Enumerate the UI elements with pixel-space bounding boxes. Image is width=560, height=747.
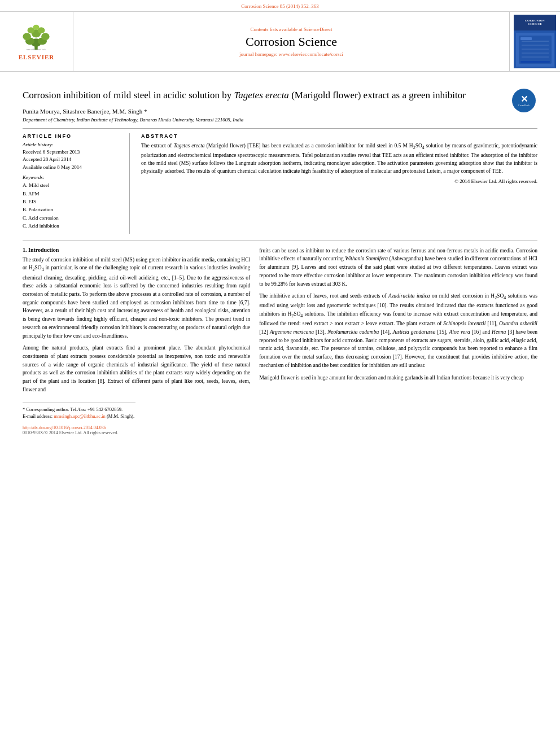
svg-point-9 (33, 24, 40, 29)
svg-point-5 (42, 33, 50, 40)
cover-illustration-icon (516, 33, 554, 67)
abstract-text: The extract of Tagetes erecta (Marigold … (141, 142, 537, 176)
article-info-column: ARTICLE INFO Article history: Received 6… (23, 133, 130, 234)
keywords-list: A. Mild steel B. AFM B. EIS B. Polarizat… (23, 181, 121, 230)
main-content: 1. Introduction The study of corrosion i… (0, 247, 560, 398)
footnote-corresponding: * Corresponding author. Tel./fax: +91 54… (23, 406, 537, 413)
journal-header: man with tree and book ELSEVIER Contents… (0, 11, 560, 72)
right-para-2: The inhibitive action of leaves, root an… (259, 292, 537, 369)
keywords-section: Keywords: A. Mild steel B. AFM B. EIS B.… (23, 174, 121, 230)
affiliation: Department of Chemistry, Indian Institut… (23, 117, 537, 123)
journal-title: Corrosion Science (246, 34, 337, 49)
keyword-item: B. Polarization (23, 206, 121, 213)
article-info-title: ARTICLE INFO (23, 133, 121, 139)
crossmark-badge: ✕ CrossMark (512, 89, 537, 114)
elsevier-logo: man with tree and book ELSEVIER (19, 23, 55, 60)
info-abstract-area: ARTICLE INFO Article history: Received 6… (23, 133, 537, 234)
journal-cover-image: CORROSION SCIENCE (514, 15, 556, 68)
keyword-item: C. Acid corrosion (23, 214, 121, 222)
footer-rights: 0010-938X/© 2014 Elsevier Ltd. All right… (23, 430, 118, 435)
header-divider (23, 128, 537, 129)
accepted-date: Accepted 28 April 2014 (23, 156, 121, 164)
section-1-heading: 1. Introduction (23, 247, 250, 253)
section-1-para-2: Among the natural products, plant extrac… (23, 344, 250, 394)
abstract-title: ABSTRACT (141, 133, 537, 139)
footnote-divider (23, 403, 135, 403)
right-para-1: fruits can be used as inhibitor to reduc… (259, 247, 537, 289)
right-column: fruits can be used as inhibitor to reduc… (259, 247, 537, 398)
keyword-item: B. EIS (23, 198, 121, 206)
footnote-email: E-mail address: mmsingh.apc@iitbhu.ac.in… (23, 413, 537, 420)
keyword-item: B. AFM (23, 190, 121, 198)
journal-cover-area: CORROSION SCIENCE (509, 12, 560, 71)
cover-title: CORROSION SCIENCE (525, 19, 545, 27)
article-area: Corrosion inhibition of mild steel in ac… (0, 72, 560, 241)
available-date: Available online 8 May 2014 (23, 164, 121, 172)
footnote-area: * Corresponding author. Tel./fax: +91 54… (0, 403, 560, 421)
keywords-label: Keywords: (23, 174, 121, 180)
keyword-item: C. Acid inhibition (23, 222, 121, 230)
page-footer: http://dx.doi.org/10.1016/j.corsci.2014.… (0, 423, 560, 438)
elsevier-wordmark: ELSEVIER (19, 54, 55, 60)
sciencedirect-notice: Contents lists available at ScienceDirec… (251, 27, 333, 32)
authors: Punita Mourya, Sitashree Banerjee, M.M. … (23, 108, 537, 115)
section-1-para-1: The study of corrosion inhibition of mil… (23, 256, 250, 340)
journal-reference: Corrosion Science 85 (2014) 352–363 (0, 0, 560, 11)
journal-homepage: journal homepage: www.elsevier.com/locat… (239, 51, 343, 57)
left-column: 1. Introduction The study of corrosion i… (23, 247, 250, 398)
article-history: Article history: Received 6 September 20… (23, 142, 121, 172)
footer-left: http://dx.doi.org/10.1016/j.corsci.2014.… (23, 425, 118, 435)
doi-link[interactable]: http://dx.doi.org/10.1016/j.corsci.2014.… (23, 425, 118, 430)
journal-header-center: Contents lists available at ScienceDirec… (73, 12, 509, 71)
received-date: Received 6 September 2013 (23, 148, 121, 156)
elsevier-tree-icon: man with tree and book (19, 23, 53, 51)
right-para-3: Marigold flower is used in huge amount f… (259, 374, 537, 382)
content-divider (23, 241, 537, 241)
history-label: Article history: (23, 142, 121, 147)
svg-rect-18 (520, 37, 532, 40)
abstract-column: ABSTRACT The extract of Tagetes erecta (… (141, 133, 537, 234)
svg-text:man with tree and book: man with tree and book (27, 49, 46, 51)
copyright-notice: © 2014 Elsevier Ltd. All rights reserved… (141, 178, 537, 184)
elsevier-logo-area: man with tree and book ELSEVIER (0, 12, 73, 71)
svg-point-4 (23, 33, 32, 40)
keyword-item: A. Mild steel (23, 181, 121, 189)
svg-rect-19 (520, 61, 550, 63)
article-title: Corrosion inhibition of mild steel in ac… (23, 89, 537, 102)
